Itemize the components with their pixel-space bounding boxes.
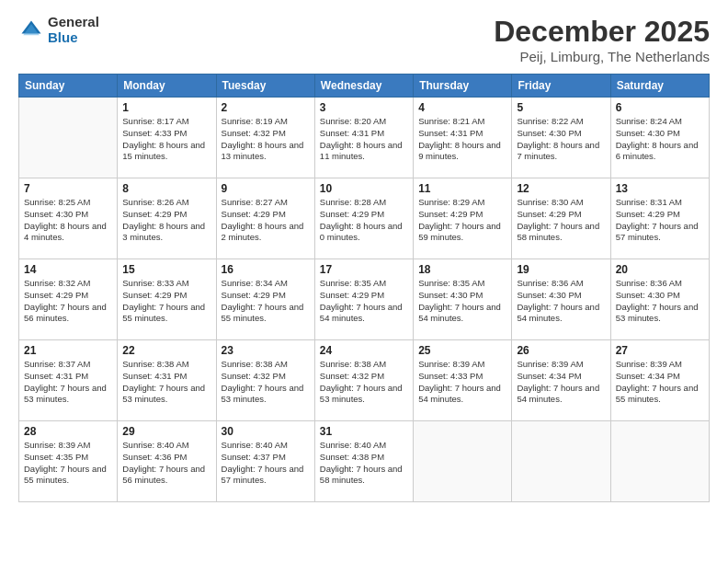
day-info: Sunrise: 8:34 AMSunset: 4:29 PMDaylight:… (222, 278, 310, 325)
day-info: Sunrise: 8:22 AMSunset: 4:30 PMDaylight:… (517, 116, 605, 163)
day-number: 2 (222, 101, 310, 114)
day-info: Sunrise: 8:40 AMSunset: 4:38 PMDaylight:… (320, 440, 408, 487)
day-cell: 9Sunrise: 8:27 AMSunset: 4:29 PMDaylight… (216, 178, 314, 259)
day-number: 19 (517, 263, 605, 276)
day-number: 15 (122, 263, 210, 276)
day-info: Sunrise: 8:29 AMSunset: 4:29 PMDaylight:… (418, 197, 506, 244)
logo-icon (18, 17, 44, 43)
day-cell: 22Sunrise: 8:38 AMSunset: 4:31 PMDayligh… (118, 340, 216, 421)
day-info: Sunrise: 8:35 AMSunset: 4:30 PMDaylight:… (418, 278, 506, 325)
day-cell: 5Sunrise: 8:22 AMSunset: 4:30 PMDaylight… (512, 98, 610, 178)
day-number: 18 (418, 263, 506, 276)
logo: General Blue (18, 15, 99, 45)
day-number: 16 (222, 263, 310, 276)
day-cell: 29Sunrise: 8:40 AMSunset: 4:36 PMDayligh… (118, 421, 216, 502)
title-block: December 2025 Peij, Limburg, The Netherl… (494, 15, 710, 64)
day-number: 14 (24, 263, 112, 276)
day-info: Sunrise: 8:27 AMSunset: 4:29 PMDaylight:… (222, 197, 310, 244)
day-info: Sunrise: 8:20 AMSunset: 4:31 PMDaylight:… (320, 116, 408, 163)
day-cell: 14Sunrise: 8:32 AMSunset: 4:29 PMDayligh… (19, 259, 118, 340)
day-info: Sunrise: 8:25 AMSunset: 4:30 PMDaylight:… (24, 197, 112, 244)
day-cell: 23Sunrise: 8:38 AMSunset: 4:32 PMDayligh… (216, 340, 314, 421)
day-cell: 27Sunrise: 8:39 AMSunset: 4:34 PMDayligh… (610, 340, 709, 421)
day-number: 26 (517, 344, 605, 357)
day-number: 23 (222, 344, 310, 357)
day-number: 22 (122, 344, 210, 357)
header-row: SundayMondayTuesdayWednesdayThursdayFrid… (19, 75, 710, 98)
day-info: Sunrise: 8:39 AMSunset: 4:34 PMDaylight:… (517, 359, 605, 406)
day-info: Sunrise: 8:17 AMSunset: 4:33 PMDaylight:… (122, 116, 210, 163)
day-cell: 25Sunrise: 8:39 AMSunset: 4:33 PMDayligh… (414, 340, 512, 421)
day-info: Sunrise: 8:19 AMSunset: 4:32 PMDaylight:… (222, 116, 310, 163)
day-cell (19, 98, 118, 178)
day-header: Saturday (610, 75, 709, 98)
page: General Blue December 2025 Peij, Limburg… (0, 0, 728, 563)
day-number: 31 (320, 425, 408, 438)
week-row: 14Sunrise: 8:32 AMSunset: 4:29 PMDayligh… (19, 259, 710, 340)
day-info: Sunrise: 8:26 AMSunset: 4:29 PMDaylight:… (122, 197, 210, 244)
day-number: 20 (616, 263, 704, 276)
day-header: Friday (512, 75, 610, 98)
day-number: 10 (320, 182, 408, 195)
header: General Blue December 2025 Peij, Limburg… (18, 15, 710, 64)
day-info: Sunrise: 8:38 AMSunset: 4:32 PMDaylight:… (222, 359, 310, 406)
day-header: Monday (118, 75, 216, 98)
day-cell: 1Sunrise: 8:17 AMSunset: 4:33 PMDaylight… (118, 98, 216, 178)
day-cell: 10Sunrise: 8:28 AMSunset: 4:29 PMDayligh… (314, 178, 413, 259)
day-info: Sunrise: 8:35 AMSunset: 4:29 PMDaylight:… (320, 278, 408, 325)
day-number: 13 (616, 182, 704, 195)
day-info: Sunrise: 8:38 AMSunset: 4:32 PMDaylight:… (320, 359, 408, 406)
day-info: Sunrise: 8:30 AMSunset: 4:29 PMDaylight:… (517, 197, 605, 244)
day-cell: 7Sunrise: 8:25 AMSunset: 4:30 PMDaylight… (19, 178, 118, 259)
day-info: Sunrise: 8:39 AMSunset: 4:33 PMDaylight:… (418, 359, 506, 406)
day-number: 9 (222, 182, 310, 195)
day-info: Sunrise: 8:40 AMSunset: 4:36 PMDaylight:… (122, 440, 210, 487)
main-title: December 2025 (494, 15, 710, 49)
day-number: 28 (24, 425, 112, 438)
day-cell: 15Sunrise: 8:33 AMSunset: 4:29 PMDayligh… (118, 259, 216, 340)
day-cell: 20Sunrise: 8:36 AMSunset: 4:30 PMDayligh… (610, 259, 709, 340)
day-number: 4 (418, 101, 506, 114)
logo-blue-text: Blue (48, 30, 99, 46)
day-info: Sunrise: 8:28 AMSunset: 4:29 PMDaylight:… (320, 197, 408, 244)
day-number: 12 (517, 182, 605, 195)
day-info: Sunrise: 8:40 AMSunset: 4:37 PMDaylight:… (222, 440, 310, 487)
day-cell: 21Sunrise: 8:37 AMSunset: 4:31 PMDayligh… (19, 340, 118, 421)
day-cell: 30Sunrise: 8:40 AMSunset: 4:37 PMDayligh… (216, 421, 314, 502)
day-info: Sunrise: 8:31 AMSunset: 4:29 PMDaylight:… (616, 197, 704, 244)
day-info: Sunrise: 8:38 AMSunset: 4:31 PMDaylight:… (122, 359, 210, 406)
week-row: 1Sunrise: 8:17 AMSunset: 4:33 PMDaylight… (19, 98, 710, 178)
day-info: Sunrise: 8:39 AMSunset: 4:35 PMDaylight:… (24, 440, 112, 487)
day-cell: 31Sunrise: 8:40 AMSunset: 4:38 PMDayligh… (314, 421, 413, 502)
day-info: Sunrise: 8:36 AMSunset: 4:30 PMDaylight:… (517, 278, 605, 325)
day-number: 11 (418, 182, 506, 195)
day-cell: 24Sunrise: 8:38 AMSunset: 4:32 PMDayligh… (314, 340, 413, 421)
day-cell: 8Sunrise: 8:26 AMSunset: 4:29 PMDaylight… (118, 178, 216, 259)
day-number: 8 (122, 182, 210, 195)
logo-text: General Blue (48, 15, 99, 45)
day-cell: 11Sunrise: 8:29 AMSunset: 4:29 PMDayligh… (414, 178, 512, 259)
day-info: Sunrise: 8:24 AMSunset: 4:30 PMDaylight:… (616, 116, 704, 163)
day-number: 29 (122, 425, 210, 438)
day-number: 24 (320, 344, 408, 357)
day-cell (512, 421, 610, 502)
day-cell: 4Sunrise: 8:21 AMSunset: 4:31 PMDaylight… (414, 98, 512, 178)
day-cell: 28Sunrise: 8:39 AMSunset: 4:35 PMDayligh… (19, 421, 118, 502)
day-number: 5 (517, 101, 605, 114)
week-row: 7Sunrise: 8:25 AMSunset: 4:30 PMDaylight… (19, 178, 710, 259)
day-header: Wednesday (314, 75, 413, 98)
day-number: 3 (320, 101, 408, 114)
day-number: 30 (222, 425, 310, 438)
day-cell: 17Sunrise: 8:35 AMSunset: 4:29 PMDayligh… (314, 259, 413, 340)
day-info: Sunrise: 8:37 AMSunset: 4:31 PMDaylight:… (24, 359, 112, 406)
day-number: 6 (616, 101, 704, 114)
week-row: 21Sunrise: 8:37 AMSunset: 4:31 PMDayligh… (19, 340, 710, 421)
day-cell: 16Sunrise: 8:34 AMSunset: 4:29 PMDayligh… (216, 259, 314, 340)
day-cell: 26Sunrise: 8:39 AMSunset: 4:34 PMDayligh… (512, 340, 610, 421)
day-cell: 19Sunrise: 8:36 AMSunset: 4:30 PMDayligh… (512, 259, 610, 340)
subtitle: Peij, Limburg, The Netherlands (494, 49, 710, 64)
day-cell: 12Sunrise: 8:30 AMSunset: 4:29 PMDayligh… (512, 178, 610, 259)
day-number: 25 (418, 344, 506, 357)
day-info: Sunrise: 8:36 AMSunset: 4:30 PMDaylight:… (616, 278, 704, 325)
day-number: 7 (24, 182, 112, 195)
